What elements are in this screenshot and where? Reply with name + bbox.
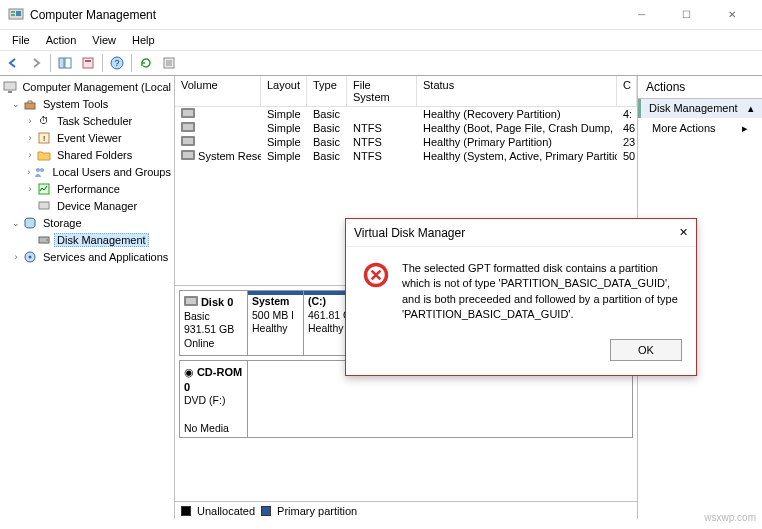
app-icon (8, 7, 24, 23)
tree-shared-folders[interactable]: ›Shared Folders (0, 146, 174, 163)
tree-root[interactable]: Computer Management (Local (0, 78, 174, 95)
help-button[interactable]: ? (106, 52, 128, 74)
svg-rect-2 (11, 14, 15, 16)
tree-performance[interactable]: ›Performance (0, 180, 174, 197)
col-layout[interactable]: Layout (261, 76, 307, 107)
tree-event-viewer[interactable]: ›!Event Viewer (0, 129, 174, 146)
minimize-button[interactable]: ─ (619, 0, 664, 30)
close-button[interactable]: ✕ (709, 0, 754, 30)
properties-button[interactable] (77, 52, 99, 74)
error-icon (362, 261, 390, 289)
clock-icon: ⏱ (36, 113, 52, 129)
legend-label-primary: Primary partition (277, 505, 357, 517)
chevron-up-icon[interactable]: ▴ (748, 102, 754, 115)
volume-icon (181, 108, 195, 118)
svg-point-27 (29, 255, 32, 258)
svg-rect-22 (39, 202, 49, 209)
chevron-right-icon: ▸ (742, 122, 748, 135)
svg-rect-4 (59, 58, 64, 68)
col-type[interactable]: Type (307, 76, 347, 107)
legend: Unallocated Primary partition (175, 501, 637, 519)
ok-button[interactable]: OK (610, 339, 682, 361)
table-row[interactable]: SimpleBasicNTFSHealthy (Boot, Page File,… (175, 121, 637, 135)
col-volume[interactable]: Volume (175, 76, 261, 107)
device-icon (36, 198, 52, 214)
tree-local-users[interactable]: ›Local Users and Groups (0, 163, 174, 180)
legend-swatch-primary (261, 506, 271, 516)
volume-icon (181, 150, 195, 160)
watermark: wsxwp.com (704, 512, 756, 523)
table-header[interactable]: Volume Layout Type File System Status C (175, 76, 637, 107)
toolbar: ? (0, 50, 762, 76)
svg-rect-15 (8, 91, 12, 93)
svg-rect-14 (4, 82, 16, 90)
toolbar-separator (50, 54, 51, 72)
close-icon[interactable]: ✕ (679, 226, 688, 239)
folder-icon (36, 147, 52, 163)
window-title: Computer Management (30, 8, 619, 22)
services-icon (22, 249, 38, 265)
tree-disk-management[interactable]: Disk Management (0, 231, 174, 248)
collapse-icon[interactable]: ⌄ (10, 99, 22, 109)
tree-device-manager[interactable]: Device Manager (0, 197, 174, 214)
forward-button[interactable] (25, 52, 47, 74)
svg-point-20 (40, 168, 44, 172)
menu-action[interactable]: Action (38, 32, 85, 48)
toolbar-separator (131, 54, 132, 72)
dialog-title: Virtual Disk Manager (354, 226, 679, 240)
actions-section[interactable]: Disk Management ▴ (638, 99, 762, 118)
disk-header[interactable]: Disk 0 Basic 931.51 GB Online (180, 291, 248, 355)
svg-rect-16 (25, 103, 35, 109)
table-row[interactable]: System ReservedSimpleBasicNTFSHealthy (S… (175, 149, 637, 163)
col-status[interactable]: Status (417, 76, 617, 107)
svg-rect-3 (16, 11, 21, 16)
svg-rect-6 (83, 58, 93, 68)
titlebar: Computer Management ─ ☐ ✕ (0, 0, 762, 30)
svg-text:!: ! (43, 134, 45, 143)
dialog-message: The selected GPT formatted disk contains… (402, 261, 680, 323)
disk-icon (36, 232, 52, 248)
toolbar-separator (102, 54, 103, 72)
tree-task-scheduler[interactable]: ›⏱Task Scheduler (0, 112, 174, 129)
error-dialog: Virtual Disk Manager ✕ The selected GPT … (345, 218, 697, 376)
navigation-tree[interactable]: Computer Management (Local ⌄ System Tool… (0, 76, 174, 519)
svg-rect-5 (65, 58, 71, 68)
col-filesystem[interactable]: File System (347, 76, 417, 107)
tree-storage[interactable]: ⌄Storage (0, 214, 174, 231)
collapse-icon[interactable]: ⌄ (10, 218, 22, 228)
menu-help[interactable]: Help (124, 32, 163, 48)
show-hide-tree-button[interactable] (54, 52, 76, 74)
tree-services[interactable]: ›Services and Applications (0, 248, 174, 265)
maximize-button[interactable]: ☐ (664, 0, 709, 30)
users-icon (33, 164, 47, 180)
expand-icon[interactable]: › (24, 184, 36, 194)
menubar: File Action View Help (0, 30, 762, 50)
col-capacity[interactable]: C (617, 76, 637, 107)
expand-icon[interactable]: › (24, 167, 33, 177)
partition-system[interactable]: System500 MB IHealthy (248, 291, 304, 355)
volume-icon (181, 122, 195, 132)
tree-system-tools[interactable]: ⌄ System Tools (0, 95, 174, 112)
expand-icon[interactable]: › (10, 252, 22, 262)
table-row[interactable]: SimpleBasicNTFSHealthy (Primary Partitio… (175, 135, 637, 149)
table-row[interactable]: SimpleBasicHealthy (Recovery Partition)4… (175, 107, 637, 121)
optical-icon: ◉ (184, 366, 194, 378)
refresh-button[interactable] (135, 52, 157, 74)
menu-file[interactable]: File (4, 32, 38, 48)
dialog-titlebar[interactable]: Virtual Disk Manager ✕ (346, 219, 696, 247)
menu-view[interactable]: View (84, 32, 124, 48)
svg-text:?: ? (114, 58, 119, 68)
actions-header: Actions (638, 76, 762, 99)
svg-rect-7 (85, 60, 91, 62)
expand-icon[interactable]: › (24, 150, 36, 160)
disk-icon (184, 296, 198, 306)
settings-button[interactable] (158, 52, 180, 74)
back-button[interactable] (2, 52, 24, 74)
tools-icon (22, 96, 38, 112)
expand-icon[interactable]: › (24, 133, 36, 143)
actions-more[interactable]: More Actions ▸ (638, 118, 762, 138)
expand-icon[interactable]: › (24, 116, 36, 126)
disk-header[interactable]: ◉ CD-ROM 0 DVD (F:) No Media (180, 361, 248, 437)
svg-point-19 (36, 168, 40, 172)
legend-label-unallocated: Unallocated (197, 505, 255, 517)
